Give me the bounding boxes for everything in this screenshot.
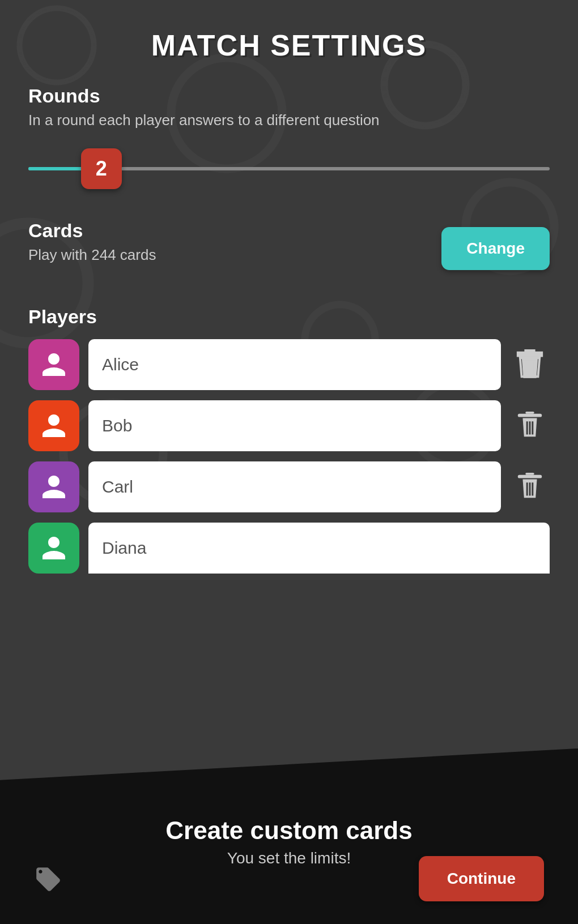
player-row-alice: [28, 339, 550, 390]
player-avatar-carl: [28, 461, 79, 512]
player-row-carl: [28, 461, 550, 512]
player-name-input-bob[interactable]: [88, 400, 501, 451]
rounds-description: In a round each player answers to a diff…: [28, 112, 550, 129]
players-section: Players: [28, 306, 550, 574]
delete-player-bob[interactable]: [510, 406, 550, 446]
delete-player-alice[interactable]: [510, 345, 550, 384]
rounds-slider[interactable]: 2: [28, 146, 550, 191]
svg-rect-12: [518, 475, 542, 478]
players-label: Players: [28, 306, 550, 328]
tag-icon: [34, 865, 62, 896]
player-row-bob: [28, 400, 550, 451]
delete-player-carl[interactable]: [510, 467, 550, 507]
continue-button[interactable]: Continue: [419, 856, 544, 901]
page-title: MATCH SETTINGS: [28, 28, 550, 62]
player-avatar-bob: [28, 400, 79, 451]
cards-label: Cards: [28, 220, 156, 242]
player-name-input-diana[interactable]: [88, 523, 550, 574]
svg-rect-2: [518, 353, 542, 356]
svg-rect-6: [525, 412, 534, 414]
slider-thumb[interactable]: 2: [81, 148, 122, 189]
player-name-input-alice[interactable]: [88, 339, 501, 390]
cards-info: Cards Play with 244 cards: [28, 220, 156, 277]
bottom-banner: Create custom cards You set the limits! …: [0, 748, 578, 924]
player-row-diana: [28, 523, 550, 574]
svg-rect-0: [520, 357, 540, 360]
cards-description: Play with 244 cards: [28, 246, 156, 264]
player-avatar-diana: [28, 523, 79, 574]
banner-title: Create custom cards: [34, 794, 544, 845]
player-avatar-alice: [28, 339, 79, 390]
change-cards-button[interactable]: Change: [441, 227, 550, 270]
svg-rect-11: [525, 473, 534, 475]
slider-track: 2: [28, 167, 550, 170]
player-name-input-carl[interactable]: [88, 461, 501, 512]
rounds-section: Rounds In a round each player answers to…: [28, 85, 550, 191]
slider-value: 2: [96, 157, 107, 181]
rounds-label: Rounds: [28, 85, 550, 107]
svg-rect-7: [518, 414, 542, 417]
cards-section: Cards Play with 244 cards Change: [28, 220, 550, 277]
